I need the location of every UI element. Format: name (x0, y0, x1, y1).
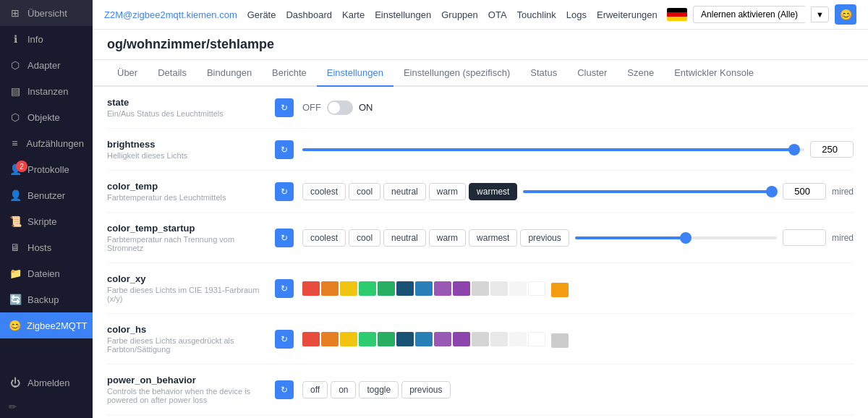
swatch-red[interactable] (302, 281, 320, 296)
pob-chip-toggle[interactable]: toggle (359, 381, 399, 398)
tab-status[interactable]: Status (520, 60, 567, 87)
chip-coolest[interactable]: coolest (302, 183, 346, 200)
brightness-slider-thumb[interactable] (788, 144, 800, 155)
topnav-link-dashboard[interactable]: Dashboard (286, 9, 332, 20)
color-temp-startup-input[interactable] (783, 229, 826, 246)
tab-cluster[interactable]: Cluster (567, 60, 617, 87)
color-xy-name: color_xy (107, 273, 266, 284)
device-path: og/wohnzimmer/stehlampe (107, 37, 274, 51)
startup-chip-warmest[interactable]: warmest (469, 229, 517, 247)
swatch-darkgreen[interactable] (378, 281, 395, 296)
swatch-lightgray[interactable] (472, 281, 489, 296)
color-temp-input[interactable] (783, 183, 826, 200)
hs-swatch-lightgray[interactable] (472, 332, 489, 346)
chip-cool[interactable]: cool (349, 183, 380, 200)
hs-swatch-purple[interactable] (434, 332, 451, 346)
sidebar-item-objects[interactable]: ⬡ Objekte (0, 104, 93, 130)
startup-chip-warm[interactable]: warm (429, 229, 466, 247)
brightness-refresh-button[interactable]: ↻ (275, 140, 294, 159)
color-temp-startup-refresh-button[interactable]: ↻ (275, 229, 294, 247)
brightness-slider-track[interactable] (302, 148, 804, 151)
hs-swatch-red[interactable] (302, 332, 320, 346)
hs-swatch-green[interactable] (359, 332, 376, 346)
topnav-link-gruppen[interactable]: Gruppen (441, 9, 478, 20)
hs-swatch-yellow[interactable] (340, 332, 357, 346)
sidebar-item-protocols[interactable]: 👤 Protokolle 2 (0, 156, 93, 182)
color-temp-slider-track[interactable] (523, 190, 777, 193)
sidebar-item-users[interactable]: 👤 Benutzer (0, 182, 93, 208)
tab-uber[interactable]: Über (107, 60, 148, 87)
sidebar-item-info[interactable]: ℹ Info (0, 26, 93, 52)
language-flag[interactable] (667, 8, 687, 21)
color-xy-refresh-button[interactable]: ↻ (275, 279, 294, 298)
tab-einstellungen[interactable]: Einstellungen (317, 60, 393, 87)
topnav-link-geraete[interactable]: Geräte (247, 9, 276, 20)
swatch-nearwhite[interactable] (509, 281, 527, 296)
hs-swatch-orange[interactable] (321, 332, 339, 346)
brightness-input[interactable] (810, 141, 854, 158)
hs-swatch-darkgreen[interactable] (378, 332, 395, 346)
tab-bindungen[interactable]: Bindungen (197, 60, 262, 87)
tab-einstellungen-spezifisch[interactable]: Einstellungen (spezifisch) (393, 60, 520, 87)
topnav-link-ota[interactable]: OTA (488, 9, 507, 20)
sidebar-item-scripts[interactable]: 📜 Skripte (0, 208, 93, 234)
tab-berichte[interactable]: Berichte (262, 60, 317, 87)
swatch-verylightgray[interactable] (490, 281, 508, 296)
sidebar-item-adapter[interactable]: ⬡ Adapter (0, 52, 93, 78)
color-hs-refresh-button[interactable]: ↻ (275, 330, 294, 349)
topnav-link-touchlink[interactable]: Touchlink (517, 9, 556, 20)
swatch-purple[interactable] (434, 281, 451, 296)
pob-chip-off[interactable]: off (302, 381, 328, 398)
sidebar-item-logout[interactable]: ⏻ Abmelden (0, 370, 93, 396)
sidebar-item-enumerations[interactable]: ≡ Aufzählungen (0, 130, 93, 156)
sidebar-item-files[interactable]: 📁 Dateien (0, 260, 93, 286)
swatch-white[interactable] (528, 281, 545, 296)
swatch-navy[interactable] (396, 281, 414, 296)
color-temp-slider-thumb[interactable] (766, 186, 778, 197)
tab-details[interactable]: Details (148, 60, 197, 87)
sidebar-item-backup[interactable]: 🔄 Backup (0, 286, 93, 312)
hs-swatch-verylightgray[interactable] (490, 332, 508, 346)
sidebar-item-overview[interactable]: ⊞ Übersicht (0, 0, 93, 26)
state-toggle[interactable] (327, 101, 353, 115)
sidebar-item-instances[interactable]: ▤ Instanzen (0, 78, 93, 104)
pob-chip-on[interactable]: on (331, 381, 356, 398)
topnav-link-erweiterungen[interactable]: Erweiterungen (597, 9, 658, 20)
startup-chip-coolest[interactable]: coolest (302, 229, 346, 247)
color-temp-startup-slider-track[interactable] (575, 236, 777, 239)
chip-warmest[interactable]: warmest (469, 183, 517, 200)
swatch-blue[interactable] (415, 281, 433, 296)
startup-chip-cool[interactable]: cool (349, 229, 380, 247)
hs-swatch-white[interactable] (528, 332, 545, 346)
swatch-yellow[interactable] (340, 281, 357, 296)
chip-neutral[interactable]: neutral (383, 183, 426, 200)
state-refresh-button[interactable]: ↻ (275, 98, 294, 117)
tab-entwickler-konsole[interactable]: Entwickler Konsole (664, 60, 764, 87)
topnav-link-logs[interactable]: Logs (566, 9, 587, 20)
power-on-refresh-button[interactable]: ↻ (275, 380, 294, 399)
swatch-extra[interactable] (551, 283, 569, 297)
topnav-link-karte[interactable]: Karte (342, 9, 365, 20)
startup-chip-previous[interactable]: previous (520, 229, 569, 247)
hs-swatch-extra[interactable] (551, 333, 569, 348)
anlernen-dropdown-button[interactable]: ▼ (811, 7, 829, 22)
swatch-green[interactable] (359, 281, 376, 296)
tab-szene[interactable]: Szene (617, 60, 664, 87)
pob-chip-previous[interactable]: previous (401, 381, 450, 398)
color-temp-refresh-button[interactable]: ↻ (275, 182, 294, 201)
hs-swatch-violet[interactable] (453, 332, 470, 346)
anlernen-button[interactable]: Anlernen aktivieren (Alle) (693, 6, 805, 23)
sidebar-item-zigbee2mqtt[interactable]: 😊 Zigbee2MQTT (0, 312, 93, 338)
color-temp-startup-slider-thumb[interactable] (680, 232, 692, 244)
sidebar-item-hosts[interactable]: 🖥 Hosts (0, 234, 93, 260)
hs-swatch-nearwhite[interactable] (509, 332, 527, 346)
startup-chip-neutral[interactable]: neutral (383, 229, 426, 247)
hs-swatch-navy[interactable] (396, 332, 414, 346)
site-link[interactable]: Z2M@zigbee2mqtt.kiemen.com (104, 9, 237, 20)
swatch-orange[interactable] (321, 281, 339, 296)
topnav-link-einstellungen[interactable]: Einstellungen (375, 9, 431, 20)
emoji-button[interactable]: 😊 (835, 4, 856, 25)
chip-warm[interactable]: warm (429, 183, 466, 200)
swatch-violet[interactable] (453, 281, 470, 296)
hs-swatch-blue[interactable] (415, 332, 433, 346)
